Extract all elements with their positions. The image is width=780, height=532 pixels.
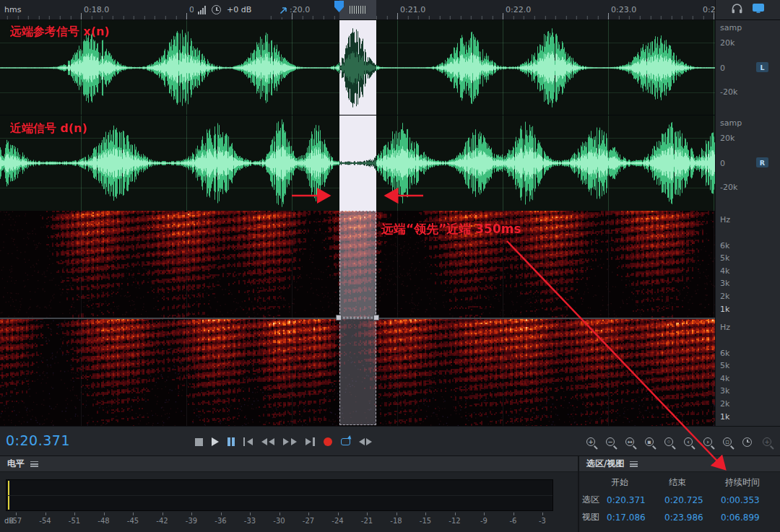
db-scale-tick [191,513,192,515]
freq-tick-label: 3k [720,386,729,396]
db-scale-tick [162,513,163,515]
ruler-selection-band[interactable] [339,0,376,19]
selection-start-value[interactable]: 0:20.371 [607,495,664,505]
view-end-value[interactable]: 0:23.986 [664,513,721,523]
db-scale-tick [104,513,105,515]
db-scale-tick [280,513,280,515]
zoom-out-point-button[interactable]: › [703,437,712,446]
right-channel-badge[interactable]: R [756,157,768,167]
row-label-view: 视图 [582,511,607,523]
levels-panel-header: 电平 [0,456,578,472]
column-header-end: 结束 [664,476,721,489]
zoom-full-button[interactable]: ▫ [723,437,732,446]
spectrogram-selection-region[interactable] [339,211,376,318]
scale-unit-label: Hz [720,215,730,224]
zoom-out-button[interactable]: − [606,437,615,446]
near-end-annotation: 近端信号 d(n) [10,121,87,136]
level-meter[interactable] [6,479,553,511]
freq-tick-label: 1k [720,412,729,422]
skip-selection-button[interactable] [359,438,373,445]
column-header-duration: 持续时间 [721,476,780,489]
time-format-label: hms [4,5,21,14]
db-scale-label: -45 [127,517,139,525]
time-display[interactable]: 0:20.371 [6,432,70,448]
gain-knob-icon[interactable] [212,5,221,14]
freq-tick-label: 4k [720,266,729,276]
column-header-start: 开始 [607,476,664,489]
panel-menu-icon[interactable] [30,461,38,467]
zoom-selection-button[interactable]: ◦ [664,437,673,446]
monitor-icon[interactable] [752,3,765,17]
db-scale-label: -21 [361,517,373,525]
playhead-jump-icon[interactable] [277,3,290,17]
zoom-in-button[interactable]: + [586,437,595,446]
db-scale-label: -24 [332,517,343,525]
play-button[interactable] [212,437,219,446]
freq-tick-label: 4k [720,374,729,383]
db-scale-label: -54 [39,517,51,525]
zoom-in-point-button[interactable]: ‹ [684,437,693,446]
db-scale-tick [455,513,456,515]
lead-annotation: 远端“领先”近端 350ms [381,221,521,237]
left-channel-badge[interactable]: L [756,62,768,72]
selection-mini-waveform [350,6,367,14]
history-icon[interactable] [742,437,752,447]
ruler-time-label: 0:21.0 [400,5,425,14]
row-label-selection: 选区 [582,494,607,506]
db-scale-label: -12 [448,517,460,525]
scale-tick-label: 20k [720,38,734,48]
transport-bar: 0:20.371 + − ↔ ▪ ◦ ‹ › ▫ + [0,426,780,456]
view-duration-value[interactable]: 0:06.899 [721,513,780,523]
skip-to-end-button[interactable] [306,437,315,446]
scale-tick-label: 0 [720,159,725,168]
zoom-in-time-button[interactable]: ↔ [625,437,634,446]
timeline-ruler[interactable]: hms +0 dB 0:18.00:19.00:20.00:21.00:22.0… [0,0,715,20]
freq-tick-label: 5k [720,361,729,370]
selection-duration-value[interactable]: 0:00.353 [721,495,780,505]
selection-view-table: 开始 结束 持续时间 选区 0:20.371 0:20.725 0:00.353… [582,476,780,523]
view-start-value[interactable]: 0:17.086 [607,513,664,523]
levels-panel: 电平 -57-54-51-48-45-42-39-36-33-30-27-24-… [0,456,578,532]
far-end-annotation: 远端参考信号 x(n) [10,25,110,40]
scale-unit-label: Hz [720,323,730,332]
freq-tick-label: 5k [720,253,729,263]
db-scale-label: -18 [390,517,402,525]
waveform-selection-region[interactable] [339,20,376,211]
stop-button[interactable] [195,438,203,446]
ruler-time-label: 0:23.0 [611,5,636,14]
ruler-tick [81,13,82,19]
selection-right-handle[interactable] [373,315,379,320]
selection-end-value[interactable]: 0:20.725 [664,495,721,505]
db-scale-label: -6 [510,517,517,525]
panel-menu-icon[interactable] [630,461,638,467]
ruler-tick [608,13,609,19]
ruler-tick [397,13,398,19]
selection-view-header: 选区/视图 [579,456,780,472]
pause-button[interactable] [228,437,235,446]
rewind-button[interactable] [261,438,275,445]
skip-to-start-button[interactable] [243,437,253,446]
db-scale-label: -48 [98,517,109,525]
db-scale-tick [367,513,368,515]
zoom-out-time-button[interactable]: ▪ [645,437,654,446]
db-scale-tick [425,513,426,515]
headphones-icon[interactable] [731,3,743,17]
fast-forward-button[interactable] [283,438,297,445]
db-scale-tick [514,513,514,515]
db-scale-label: -9 [480,517,488,525]
db-scale-label: -33 [244,517,256,525]
selection-left-handle[interactable] [336,315,342,320]
zoom-buttons: + − ↔ ▪ ◦ ‹ › ▫ + [586,427,771,457]
loop-playback-button[interactable] [341,438,350,445]
freq-tick-label: 2k [720,399,729,409]
record-button[interactable] [324,437,332,446]
scale-tick-label: -20k [720,183,737,192]
gain-value-label[interactable]: +0 dB [227,5,251,14]
db-scale-label: -27 [303,517,314,525]
db-scale-tick [133,513,134,515]
freq-tick-label: 3k [720,279,729,288]
db-scale-tick [221,513,222,515]
db-scale-label: -42 [156,517,168,525]
spectrogram-selection-region[interactable] [339,318,376,425]
level-meter-icon [198,6,206,14]
